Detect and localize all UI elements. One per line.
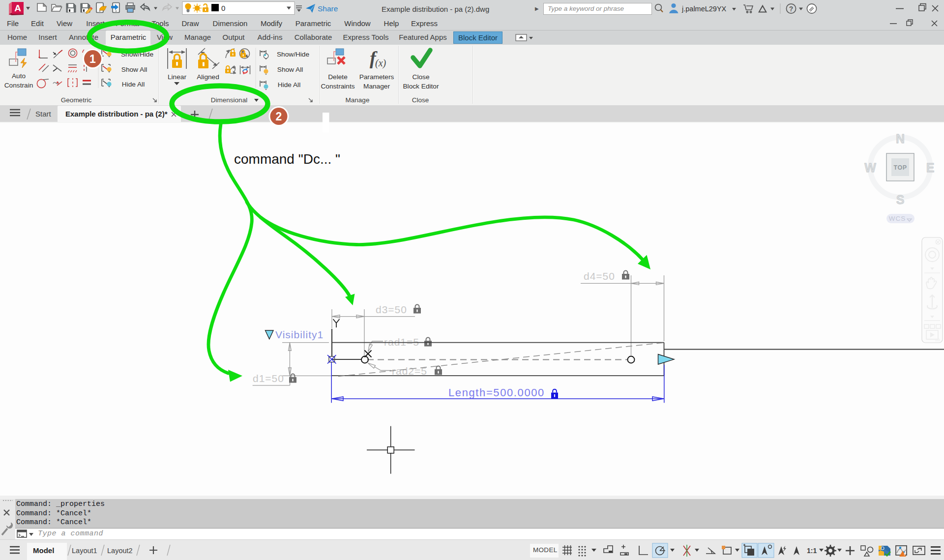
- svg-text:Visibility1: Visibility1: [275, 329, 324, 340]
- svg-text:d4=50: d4=50: [584, 270, 615, 282]
- svg-text:d3=50: d3=50: [376, 304, 407, 315]
- svg-text:d1=50: d1=50: [253, 373, 284, 384]
- svg-text:1: 1: [89, 53, 96, 65]
- svg-text:Length=500.0000: Length=500.0000: [448, 386, 545, 399]
- svg-text:rad1=5: rad1=5: [384, 336, 419, 348]
- svg-text:rad2=5: rad2=5: [392, 365, 427, 377]
- svg-text:2: 2: [276, 110, 282, 123]
